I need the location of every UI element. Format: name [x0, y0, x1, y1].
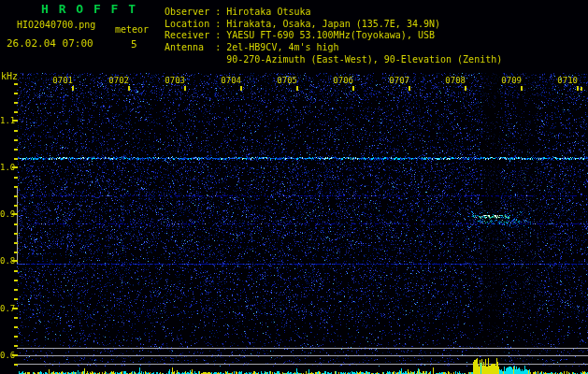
- station-info-line: Antenna : 2el-HB9CV, 4m's high: [165, 42, 502, 54]
- mode-label: meteor: [115, 24, 149, 35]
- time-tick-label: 0704: [220, 76, 241, 85]
- station-info-line: 90-270-Azimuth (East-West), 90-Elevation…: [165, 54, 502, 66]
- freq-tick-label: 1.0: [0, 163, 12, 172]
- time-tick-label: 0701: [51, 76, 73, 85]
- freq-tick-label: 0.9: [0, 209, 12, 219]
- app-title: H R O F F T: [41, 2, 137, 16]
- hrofft-spectrogram-screen: H R O F F T HIO2040700.png meteor 26.02.…: [0, 0, 588, 374]
- station-info-line: Observer : Hirotaka Otsuka: [165, 7, 502, 19]
- freq-tick-label: 0.8: [0, 256, 12, 266]
- freq-tick-label: 1.1: [0, 116, 12, 125]
- freq-axis-unit: kHz: [1, 71, 18, 81]
- output-filename: HIO2040700.png: [17, 20, 95, 30]
- station-info-line: Receiver : YAESU FT-690 53.100MHz(Toyoka…: [165, 30, 502, 42]
- station-info-line: Location : Hirakata, Osaka, Japan (135.7…: [165, 19, 502, 31]
- time-tick-label: 0709: [500, 76, 522, 85]
- time-tick-label: 0705: [276, 76, 297, 85]
- freq-tick-label: 0.7: [0, 304, 12, 313]
- time-tick-label: 0703: [164, 76, 185, 85]
- time-tick-label: 0710: [556, 76, 578, 85]
- observation-datetime: 26.02.04 07:00: [7, 37, 93, 50]
- time-tick-label: 0702: [108, 76, 129, 85]
- time-tick-label: 0706: [332, 76, 353, 85]
- freq-tick-label: 0.6: [0, 351, 12, 360]
- time-tick-label: 0707: [388, 76, 409, 85]
- meteor-count: 5: [131, 38, 137, 50]
- time-tick-label: 0708: [444, 76, 466, 85]
- station-info-block: Observer : Hirotaka OtsukaLocation : Hir…: [165, 7, 502, 66]
